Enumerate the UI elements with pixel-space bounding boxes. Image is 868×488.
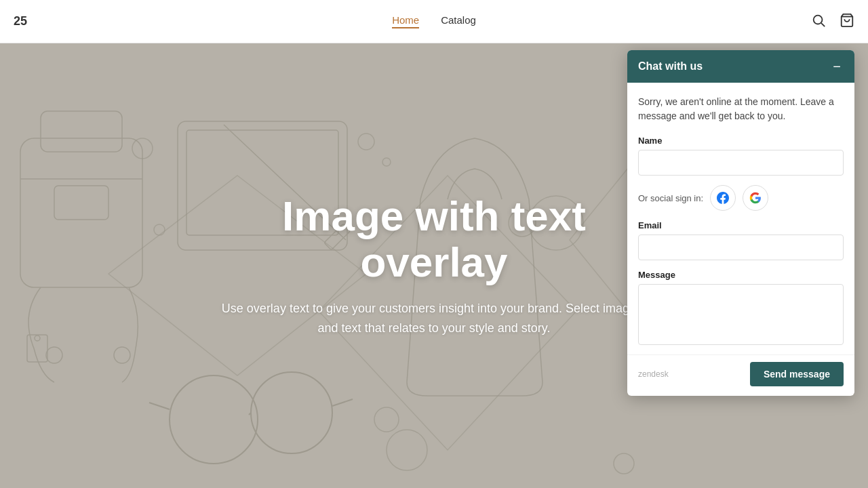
brand: 25	[14, 14, 27, 28]
search-icon[interactable]	[811, 13, 826, 30]
chat-widget: Chat with us − Sorry, we aren't online a…	[627, 50, 854, 396]
chat-offline-message: Sorry, we aren't online at the moment. L…	[638, 95, 844, 123]
chat-header: Chat with us −	[627, 50, 854, 83]
email-input[interactable]	[638, 235, 844, 260]
hero-title: Image with text overlay	[210, 193, 658, 285]
cart-icon[interactable]	[840, 13, 854, 30]
message-input[interactable]	[638, 284, 844, 345]
zendesk-label: zendesk	[638, 369, 669, 379]
navbar: 25 Home Catalog	[0, 0, 868, 43]
message-field-group: Message	[638, 270, 844, 354]
nav-catalog[interactable]: Catalog	[441, 14, 476, 28]
svg-line-1	[821, 23, 825, 26]
name-field-group: Name	[638, 136, 844, 185]
facebook-signin-button[interactable]	[710, 185, 736, 211]
name-label: Name	[638, 136, 844, 146]
google-signin-button[interactable]	[743, 185, 768, 211]
hero-content: Image with text overlay Use overlay text…	[197, 193, 671, 338]
chat-body: Sorry, we aren't online at the moment. L…	[627, 83, 854, 354]
name-input[interactable]	[638, 150, 844, 176]
svg-point-0	[814, 15, 823, 24]
chat-minimize-button[interactable]: −	[830, 60, 844, 73]
chat-footer: zendesk Send message	[627, 354, 854, 396]
social-signin-label: Or social sign in:	[638, 193, 703, 203]
social-signin-row: Or social sign in:	[638, 185, 844, 211]
send-message-button[interactable]: Send message	[750, 362, 844, 386]
hero-section: Image with text overlay Use overlay text…	[0, 43, 868, 488]
message-label: Message	[638, 270, 844, 280]
navbar-icons	[811, 13, 854, 30]
email-field-group: Email	[638, 220, 844, 270]
email-label: Email	[638, 220, 844, 230]
nav-home[interactable]: Home	[392, 14, 419, 28]
hero-subtitle: Use overlay text to give your customers …	[210, 299, 658, 338]
chat-header-title: Chat with us	[638, 60, 703, 73]
nav-links: Home Catalog	[392, 14, 476, 28]
